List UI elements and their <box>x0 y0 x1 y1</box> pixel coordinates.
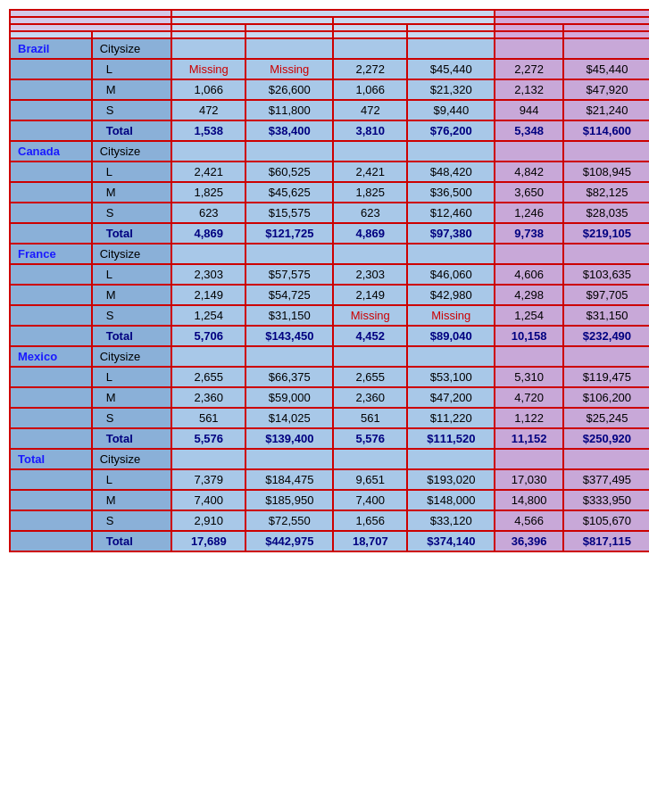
empty-region-cell <box>10 162 92 182</box>
empty-header-data <box>407 449 495 469</box>
pivot-table: BrazilCitysizeLMissingMissing2,272$45,44… <box>9 9 649 552</box>
total-row-data: $38,400 <box>245 120 333 141</box>
wholesale-amount-header <box>407 24 495 31</box>
empty-region-cell <box>10 469 92 490</box>
empty-header-data <box>171 346 245 367</box>
size-label: L <box>92 162 172 182</box>
region-header-row: FranceCitysize <box>10 244 649 264</box>
total-row-grand: 9,738 <box>495 223 563 244</box>
total-amt-sum <box>563 31 649 38</box>
empty-header-data <box>171 449 245 469</box>
empty-header-data <box>495 449 563 469</box>
empty-region-cell <box>10 203 92 223</box>
empty-header-data <box>333 38 407 59</box>
size-label: L <box>92 59 172 79</box>
table-row: LMissingMissing2,272$45,4402,272$45,440 <box>10 59 649 79</box>
wholesale-quantity-header <box>333 24 407 31</box>
total-row-grand: $250,920 <box>563 428 649 449</box>
empty-header-data <box>171 244 245 264</box>
total-amt: $31,150 <box>563 305 649 326</box>
region-header-row: BrazilCitysize <box>10 38 649 59</box>
retail-qty: 1,254 <box>171 305 245 326</box>
total-row-label: Total <box>92 531 172 551</box>
wholesale-amt-sum <box>407 31 495 38</box>
empty-region-cell <box>10 305 92 326</box>
region-name: Total <box>10 449 92 469</box>
empty-region-cell <box>10 264 92 285</box>
empty-total-header <box>495 17 649 24</box>
empty-header-data <box>495 141 563 162</box>
retail-qty-sum <box>171 31 245 38</box>
total-amt: $103,635 <box>563 264 649 285</box>
size-label: M <box>92 285 172 305</box>
wholesale-amt: $42,980 <box>407 285 495 305</box>
empty-header-data <box>245 449 333 469</box>
wholesale-qty: 7,400 <box>333 490 407 510</box>
total-row-data: $143,450 <box>245 326 333 346</box>
empty-header-data <box>407 141 495 162</box>
total-quantity-header <box>495 24 563 31</box>
total-row-data: 18,707 <box>333 531 407 551</box>
empty-total-region <box>10 428 92 449</box>
total-header <box>495 10 649 17</box>
wholesale-amt: $12,460 <box>407 203 495 223</box>
size-label: M <box>92 387 172 408</box>
size-label: S <box>92 305 172 326</box>
table-row: L2,421$60,5252,421$48,4204,842$108,945 <box>10 162 649 182</box>
empty-region-cell <box>10 387 92 408</box>
wholesale-qty: 2,655 <box>333 367 407 387</box>
empty-header-data <box>563 141 649 162</box>
total-row-grand: $114,600 <box>563 120 649 141</box>
size-label: M <box>92 79 172 100</box>
region-header-row: MexicoCitysize <box>10 346 649 367</box>
citysize-label: Citysize <box>92 346 172 367</box>
size-label: S <box>92 100 172 120</box>
citysize-label: Citysize <box>92 244 172 264</box>
retail-qty: Missing <box>171 59 245 79</box>
retail-header <box>171 17 333 24</box>
total-amt: $333,950 <box>563 490 649 510</box>
total-row-grand: $219,105 <box>563 223 649 244</box>
empty-header-data <box>333 346 407 367</box>
empty-total-region <box>10 531 92 551</box>
empty-region-cell <box>10 285 92 305</box>
wholesale-amt: $193,020 <box>407 469 495 490</box>
wholesale-amt: Missing <box>407 305 495 326</box>
empty-region-cell <box>10 182 92 203</box>
retail-amt: $72,550 <box>245 510 333 531</box>
wholesale-qty: 9,651 <box>333 469 407 490</box>
retail-qty: 2,303 <box>171 264 245 285</box>
total-qty: 4,720 <box>495 387 563 408</box>
size-label: M <box>92 490 172 510</box>
retail-qty: 1,825 <box>171 182 245 203</box>
total-row: Total1,538$38,4003,810$76,2005,348$114,6… <box>10 120 649 141</box>
retail-qty: 2,149 <box>171 285 245 305</box>
wholesale-qty: 623 <box>333 203 407 223</box>
total-row-data: 5,576 <box>333 428 407 449</box>
wholesale-amt: $36,500 <box>407 182 495 203</box>
empty-header-data <box>245 346 333 367</box>
empty-header-data <box>333 449 407 469</box>
empty-region-cell <box>10 79 92 100</box>
total-amt: $97,705 <box>563 285 649 305</box>
empty-header-2 <box>10 24 171 31</box>
empty-header-data <box>245 141 333 162</box>
total-row-grand: 11,152 <box>495 428 563 449</box>
retail-qty: 2,360 <box>171 387 245 408</box>
table-row: S1,254$31,150MissingMissing1,254$31,150 <box>10 305 649 326</box>
total-row-data: 5,706 <box>171 326 245 346</box>
report-table-container: BrazilCitysizeLMissingMissing2,272$45,44… <box>9 9 649 552</box>
table-row: M2,149$54,7252,149$42,9804,298$97,705 <box>10 285 649 305</box>
retail-qty: 472 <box>171 100 245 120</box>
region-header-row: TotalCitysize <box>10 449 649 469</box>
wholesale-qty: 1,066 <box>333 79 407 100</box>
total-amt: $28,035 <box>563 203 649 223</box>
empty-region-cell <box>10 367 92 387</box>
table-row: M2,360$59,0002,360$47,2004,720$106,200 <box>10 387 649 408</box>
saletype-header <box>171 10 495 17</box>
retail-qty: 1,066 <box>171 79 245 100</box>
total-qty: 4,842 <box>495 162 563 182</box>
total-row-data: $442,975 <box>245 531 333 551</box>
total-row-grand: $817,115 <box>563 531 649 551</box>
total-row-grand: 10,158 <box>495 326 563 346</box>
